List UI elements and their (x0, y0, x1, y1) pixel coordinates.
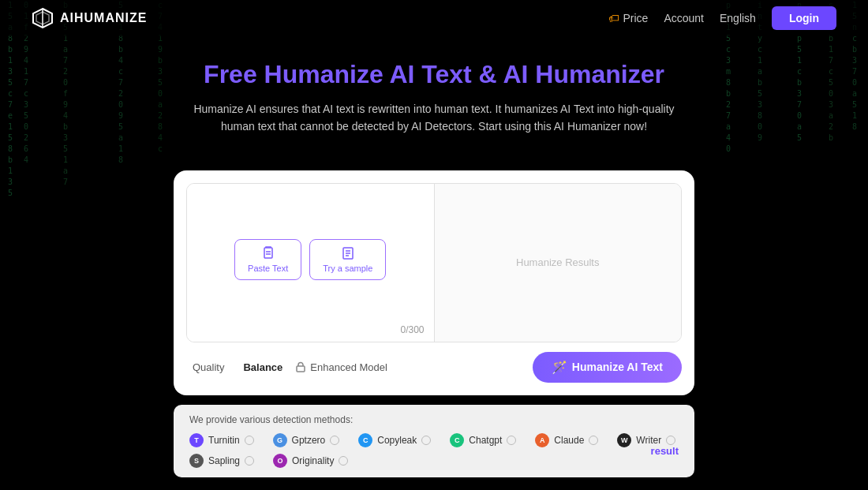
originality-radio[interactable] (339, 456, 348, 466)
try-sample-button[interactable]: Try a sample (309, 239, 386, 280)
chatgpt-icon: C (450, 433, 464, 447)
wand-icon: 🪄 (552, 360, 567, 375)
account-link[interactable]: Account (664, 12, 704, 24)
logo[interactable]: AIHUMANIZE (32, 7, 147, 29)
char-count: 0/300 (400, 324, 424, 335)
price-icon: 🏷 (608, 12, 619, 24)
detection-section: We provide various detection methods: T … (174, 405, 694, 477)
detection-item-claude[interactable]: A Claude (535, 433, 598, 447)
svg-rect-3 (264, 248, 272, 258)
price-link[interactable]: 🏷 Price (608, 12, 648, 24)
writer-radio[interactable] (666, 436, 675, 445)
claude-radio[interactable] (589, 436, 598, 445)
svg-rect-10 (297, 366, 305, 372)
detection-item-chatgpt[interactable]: C Chatgpt (450, 433, 516, 447)
navbar: AIHUMANIZE 🏷 Price Account English Login (0, 0, 868, 36)
quality-mode-button[interactable]: Quality (186, 358, 230, 376)
turnitin-icon: T (189, 433, 204, 447)
language-selector[interactable]: English (720, 12, 756, 24)
detection-grid: T Turnitin G Gptzero C Copyleak C Chatgp… (189, 433, 679, 468)
gptzero-radio[interactable] (330, 436, 339, 445)
detection-item-turnitin[interactable]: T Turnitin (189, 433, 254, 447)
mode-options: Quality Balance Enhanced Model (186, 358, 387, 376)
lock-icon (295, 361, 306, 372)
balance-mode-button[interactable]: Balance (237, 358, 289, 376)
logo-text: AIHUMANIZE (60, 11, 147, 25)
detection-item-sapling[interactable]: S Sapling (189, 454, 254, 468)
nav-right: 🏷 Price Account English Login (608, 6, 836, 30)
mode-row: Quality Balance Enhanced Model 🪄 Humaniz… (186, 352, 682, 383)
paste-icon (261, 246, 275, 260)
originality-icon: O (273, 454, 287, 468)
result-link[interactable]: result (651, 444, 679, 456)
humanize-button[interactable]: 🪄 Humanize AI Text (533, 352, 682, 383)
detection-item-copyleak[interactable]: C Copyleak (358, 433, 431, 447)
editor-row: Paste Text Try a sample 0/300 Humanize R… (186, 183, 682, 342)
hero-title: Free Humanize AI Text & AI Humanizer (16, 60, 852, 89)
detection-item-gptzero[interactable]: G Gptzero (273, 433, 340, 447)
claude-icon: A (535, 433, 549, 447)
copyleak-radio[interactable] (421, 436, 431, 445)
chatgpt-radio[interactable] (507, 436, 516, 445)
hero-section: Free Humanize AI Text & AI Humanizer Hum… (0, 36, 868, 170)
sapling-radio[interactable] (245, 456, 254, 466)
paste-text-button[interactable]: Paste Text (234, 239, 301, 280)
sapling-icon: S (189, 454, 204, 468)
writer-icon: W (617, 433, 631, 447)
hero-subtitle: Humanize AI ensures that AI text is rewr… (181, 100, 687, 136)
output-pane: Humanize Results (435, 184, 682, 342)
login-button[interactable]: Login (772, 6, 836, 30)
main-card: Paste Text Try a sample 0/300 Humanize R… (174, 170, 694, 395)
input-buttons: Paste Text Try a sample (234, 239, 386, 280)
copyleak-icon: C (358, 433, 372, 447)
input-pane[interactable]: Paste Text Try a sample 0/300 (187, 184, 435, 342)
enhanced-model-option[interactable]: Enhanced Model (295, 361, 387, 373)
gptzero-icon: G (273, 433, 287, 447)
logo-icon (32, 7, 54, 29)
detection-item-originality[interactable]: O Originality (273, 454, 348, 468)
results-label: Humanize Results (516, 256, 600, 268)
turnitin-radio[interactable] (245, 436, 254, 445)
detection-intro: We provide various detection methods: (189, 414, 679, 425)
sample-icon (341, 246, 355, 260)
